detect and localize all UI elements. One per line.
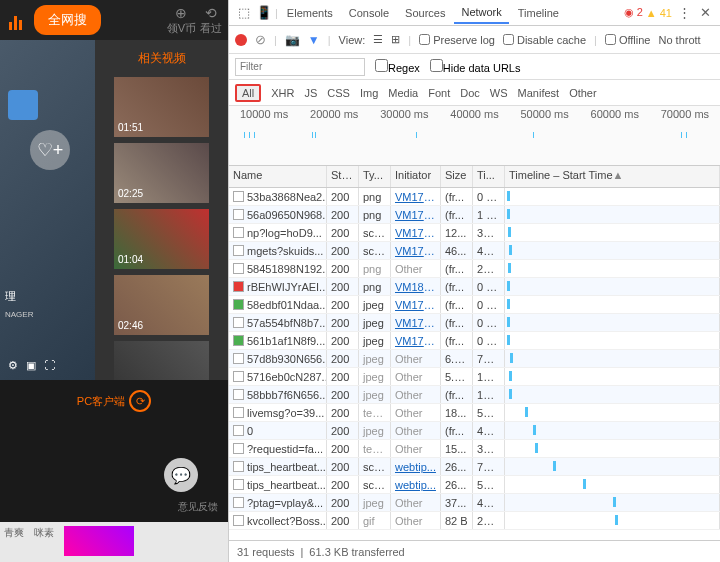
tab-sources[interactable]: Sources	[398, 3, 452, 23]
view-list-icon[interactable]: ☰	[373, 33, 383, 46]
filter-css[interactable]: CSS	[327, 87, 350, 99]
filter-all[interactable]: All	[235, 84, 261, 102]
coin-button[interactable]: ⊕领V币	[167, 5, 196, 36]
filter-js[interactable]: JS	[304, 87, 317, 99]
table-row[interactable]: np?log=hoD9...200scr...VM179...12...39 .…	[229, 224, 720, 242]
col-status[interactable]: Sta...	[327, 166, 359, 187]
screenshot-icon[interactable]: 📷	[285, 33, 300, 47]
tab-console[interactable]: Console	[342, 3, 396, 23]
thumb-5[interactable]	[114, 341, 209, 380]
chat-icon[interactable]: 💬	[164, 458, 198, 492]
logo-bars	[0, 0, 30, 40]
warning-badge[interactable]: ▲ 41	[646, 7, 672, 19]
status-bar: 31 requests|61.3 KB transferred	[229, 540, 720, 562]
related-title: 相关视频	[101, 46, 222, 71]
clear-button[interactable]: ⊘	[255, 32, 266, 47]
table-row[interactable]: 58bbb7f6N656...200jpegOther(fr...14 ...	[229, 386, 720, 404]
table-row[interactable]: 53ba3868Nea2...200pngVM179...(fr...0 ms	[229, 188, 720, 206]
tab-network[interactable]: Network	[454, 2, 508, 24]
filter-input[interactable]	[235, 58, 365, 76]
col-initiator[interactable]: Initiator	[391, 166, 441, 187]
feedback-link[interactable]: 意见反馈	[178, 500, 218, 514]
filter-xhr[interactable]: XHR	[271, 87, 294, 99]
table-row[interactable]: rBEhWIJYrAEI...200pngVM181...(fr...0 ms	[229, 278, 720, 296]
table-row[interactable]: 5716eb0cN287...200jpegOther5.9...14 ...	[229, 368, 720, 386]
table-row[interactable]: mgets?skuids...200scr...VM179...46...44 …	[229, 242, 720, 260]
filter-media[interactable]: Media	[388, 87, 418, 99]
col-time[interactable]: Ti...	[473, 166, 505, 187]
view-grid-icon[interactable]: ⊞	[391, 33, 400, 46]
menu-icon[interactable]: ⋮	[675, 5, 693, 20]
video-player[interactable]: ♡+ 理NAGER ⚙ ▣ ⛶	[0, 40, 95, 380]
like-icon[interactable]: ♡+	[30, 130, 70, 170]
col-size[interactable]: Size	[441, 166, 473, 187]
hide-urls-checkbox[interactable]: Hide data URLs	[430, 59, 521, 74]
view-label: View:	[339, 34, 366, 46]
table-row[interactable]: tips_heartbeat...200scr...webtip...26...…	[229, 476, 720, 494]
table-row[interactable]: livemsg?o=39...200tex...Other18...50 ...	[229, 404, 720, 422]
throttle-select[interactable]: No thrott	[658, 34, 700, 46]
thumb-4[interactable]: 02:46	[114, 275, 209, 335]
timeline-overview[interactable]: 10000 ms20000 ms30000 ms40000 ms50000 ms…	[229, 106, 720, 166]
table-row[interactable]: ?ptag=vplay&...200jpegOther37...40 ...	[229, 494, 720, 512]
filter-font[interactable]: Font	[428, 87, 450, 99]
filter-manifest[interactable]: Manifest	[518, 87, 560, 99]
table-row[interactable]: 561b1af1N8f9...200jpegVM179...(fr...0 ms	[229, 332, 720, 350]
close-icon[interactable]: ✕	[696, 5, 714, 20]
table-row[interactable]: 58edbf01Ndaa...200jpegVM179...(fr...0 ms	[229, 296, 720, 314]
col-name[interactable]: Name	[229, 166, 327, 187]
history-button[interactable]: ⟲看过	[200, 5, 222, 36]
filter-ws[interactable]: WS	[490, 87, 508, 99]
filter-doc[interactable]: Doc	[460, 87, 480, 99]
filter-icon[interactable]: ▼	[308, 33, 320, 47]
table-row[interactable]: 57a554bfN8b7...200jpegVM179...(fr...0 ms	[229, 314, 720, 332]
disable-cache-checkbox[interactable]: Disable cache	[503, 34, 586, 46]
fullscreen-icon[interactable]: ⛶	[44, 359, 55, 372]
promo-text[interactable]: PC客户端⟳	[0, 380, 228, 422]
filter-img[interactable]: Img	[360, 87, 378, 99]
table-row[interactable]: 56a09650N968...200pngVM179...(fr...1 ms	[229, 206, 720, 224]
pip-icon[interactable]: ▣	[26, 359, 36, 372]
device-icon[interactable]: 📱	[255, 5, 273, 20]
filter-other[interactable]: Other	[569, 87, 597, 99]
foot-thumb[interactable]	[64, 526, 134, 556]
thumb-2[interactable]: 02:25	[114, 143, 209, 203]
settings-icon[interactable]: ⚙	[8, 359, 18, 372]
inspect-icon[interactable]: ⬚	[235, 5, 253, 20]
error-badge[interactable]: ◉ 2	[624, 6, 643, 19]
tab-elements[interactable]: Elements	[280, 3, 340, 23]
col-type[interactable]: Ty...	[359, 166, 391, 187]
search-web-button[interactable]: 全网搜	[34, 5, 101, 35]
thumb-1[interactable]: 01:51	[114, 77, 209, 137]
table-row[interactable]: kvcollect?Boss...200gifOther82 B26 ...	[229, 512, 720, 530]
thumb-3[interactable]: 01:04	[114, 209, 209, 269]
table-row[interactable]: 58451898N192...200pngOther(fr...21 ...	[229, 260, 720, 278]
table-row[interactable]: ?requestid=fa...200tex...Other15...39 ..…	[229, 440, 720, 458]
tab-timeline[interactable]: Timeline	[511, 3, 566, 23]
record-button[interactable]	[235, 34, 247, 46]
col-timeline[interactable]: Timeline – Start Time▲	[505, 166, 720, 187]
preserve-log-checkbox[interactable]: Preserve log	[419, 34, 495, 46]
regex-checkbox[interactable]: Regex	[375, 59, 420, 74]
offline-checkbox[interactable]: Offline	[605, 34, 651, 46]
table-row[interactable]: 57d8b930N656...200jpegOther6.0...77 ...	[229, 350, 720, 368]
table-row[interactable]: tips_heartbeat...200scr...webtip...26...…	[229, 458, 720, 476]
foot-link-1[interactable]: 青爽	[4, 526, 24, 558]
foot-link-2[interactable]: 咪素	[34, 526, 54, 558]
table-row[interactable]: 0200jpegOther(fr...45 ...	[229, 422, 720, 440]
